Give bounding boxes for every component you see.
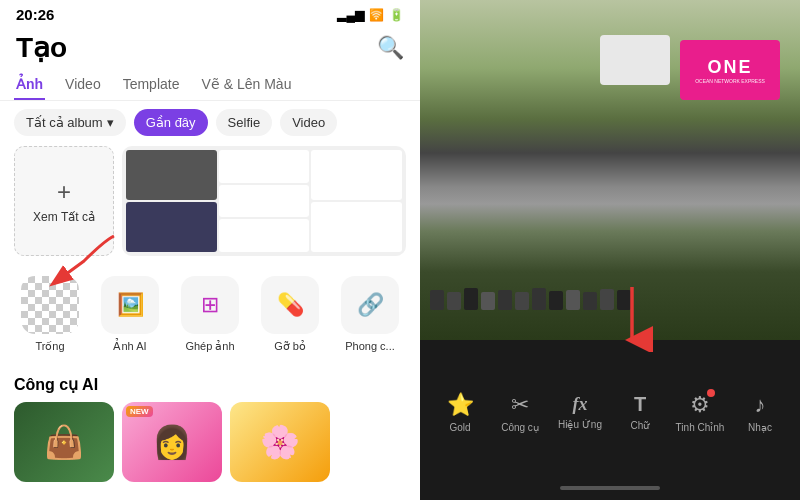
- tools-row: Trống 🖼️ Ảnh AI ⊞ Ghép ảnh 💊 Gỡ bỏ 🔗 Pho…: [14, 276, 406, 353]
- new-badge: NEW: [126, 406, 153, 417]
- tool-anh-ai[interactable]: 🖼️ Ảnh AI: [94, 276, 166, 353]
- text-icon: T: [634, 393, 646, 416]
- tab-ve[interactable]: Vẽ & Lên Màu: [199, 70, 293, 100]
- toolbar-nhac[interactable]: ♪ Nhạc: [735, 392, 785, 433]
- filter-bar: Tất cả album ▾ Gần đây Selfie Video: [0, 109, 420, 136]
- header: Tạo 🔍: [0, 27, 420, 70]
- ai-tools-row: 👜 👩 NEW 🌸: [0, 402, 420, 482]
- status-icons: ▂▄▆ 🛜 🔋: [337, 8, 404, 22]
- tool-go-bo[interactable]: 💊 Gỡ bỏ: [254, 276, 326, 353]
- template-preview[interactable]: [122, 146, 406, 256]
- toolbar-cong-cu[interactable]: ✂ Công cụ: [495, 392, 545, 433]
- tinh-chinh-label: Tinh Chỉnh: [676, 422, 725, 433]
- fx-icon: fx: [573, 394, 588, 415]
- street-scene: ONE OCEAN NETWORK EXPRESS: [420, 0, 800, 340]
- go-bo-label: Gỡ bỏ: [274, 340, 306, 353]
- trong-label: Trống: [35, 340, 64, 353]
- anh-ai-label: Ảnh AI: [113, 340, 146, 353]
- home-bar: [560, 486, 660, 490]
- tab-anh[interactable]: Ảnh: [14, 70, 45, 100]
- left-panel: 20:26 ▂▄▆ 🛜 🔋 Tạo 🔍 Ảnh Video Template V…: [0, 0, 420, 500]
- settings-icon: ⚙: [690, 392, 710, 418]
- trong-icon: [21, 276, 79, 334]
- tool-phong[interactable]: 🔗 Phong c...: [334, 276, 406, 353]
- top-row: + Xem Tất cả: [14, 146, 406, 256]
- hieu-ung-label: Hiệu Ứng: [558, 419, 602, 430]
- toolbar-hieu-ung[interactable]: fx Hiệu Ứng: [555, 394, 605, 430]
- search-icon[interactable]: 🔍: [377, 35, 404, 61]
- battery-icon: 🔋: [389, 8, 404, 22]
- phong-label: Phong c...: [345, 340, 395, 352]
- tab-template[interactable]: Template: [121, 70, 182, 100]
- badge-dot: [707, 389, 715, 397]
- toolbar-tinh-chinh[interactable]: ⚙ Tinh Chỉnh: [675, 392, 725, 433]
- tool-trong[interactable]: Trống: [14, 276, 86, 353]
- photo-area: ONE OCEAN NETWORK EXPRESS: [420, 0, 800, 340]
- gold-label: Gold: [449, 422, 470, 433]
- tab-video[interactable]: Video: [63, 70, 103, 100]
- page-title: Tạo: [16, 31, 67, 64]
- right-panel: ONE OCEAN NETWORK EXPRESS: [420, 0, 800, 500]
- home-indicator: [420, 476, 800, 500]
- ghep-icon: ⊞: [181, 276, 239, 334]
- filter-recent[interactable]: Gần đây: [134, 109, 208, 136]
- music-icon: ♪: [755, 392, 766, 418]
- toolbar-chu[interactable]: T Chữ: [615, 393, 665, 431]
- main-grid: + Xem Tất cả: [0, 146, 420, 363]
- filter-video[interactable]: Video: [280, 109, 337, 136]
- ghep-label: Ghép ảnh: [185, 340, 234, 353]
- ai-card-flower-bg: 🌸: [230, 402, 330, 482]
- template-inner: [122, 146, 406, 256]
- ai-section-title: Công cụ AI: [0, 375, 420, 394]
- filter-all[interactable]: Tất cả album ▾: [14, 109, 126, 136]
- gold-icon: ⭐: [447, 392, 474, 418]
- toolbar-icons: ⭐ Gold ✂ Công cụ fx Hiệu Ứng T Chữ ⚙ Tin…: [420, 340, 800, 476]
- wifi-icon: 🛜: [369, 8, 384, 22]
- chu-label: Chữ: [631, 420, 650, 431]
- truck-label-one: ONE: [707, 57, 752, 78]
- anh-ai-icon: 🖼️: [101, 276, 159, 334]
- signal-icon: ▂▄▆: [337, 8, 364, 22]
- ai-card-portrait[interactable]: 👩 NEW: [122, 402, 222, 482]
- add-all-label: Xem Tất cả: [33, 210, 95, 224]
- add-all-button[interactable]: + Xem Tất cả: [14, 146, 114, 256]
- plus-icon: +: [57, 178, 71, 206]
- ai-card-bag-bg: 👜: [14, 402, 114, 482]
- cong-cu-label: Công cụ: [501, 422, 539, 433]
- motorcycles: [420, 280, 800, 310]
- ai-card-flower[interactable]: 🌸: [230, 402, 330, 482]
- go-bo-icon: 💊: [261, 276, 319, 334]
- bottom-toolbar: ⭐ Gold ✂ Công cụ fx Hiệu Ứng T Chữ ⚙ Tin…: [420, 340, 800, 500]
- phong-icon: 🔗: [341, 276, 399, 334]
- toolbar-gold[interactable]: ⭐ Gold: [435, 392, 485, 433]
- ai-card-bag[interactable]: 👜: [14, 402, 114, 482]
- status-bar: 20:26 ▂▄▆ 🛜 🔋: [0, 0, 420, 27]
- red-truck: ONE OCEAN NETWORK EXPRESS: [680, 40, 780, 100]
- filter-selfie[interactable]: Selfie: [216, 109, 273, 136]
- white-truck: [600, 35, 670, 85]
- nhac-label: Nhạc: [748, 422, 772, 433]
- truck-label-sub: OCEAN NETWORK EXPRESS: [695, 78, 765, 84]
- tabs-bar: Ảnh Video Template Vẽ & Lên Màu: [0, 70, 420, 101]
- crop-icon: ✂: [511, 392, 529, 418]
- chevron-down-icon: ▾: [107, 115, 114, 130]
- status-time: 20:26: [16, 6, 54, 23]
- tool-ghep[interactable]: ⊞ Ghép ảnh: [174, 276, 246, 353]
